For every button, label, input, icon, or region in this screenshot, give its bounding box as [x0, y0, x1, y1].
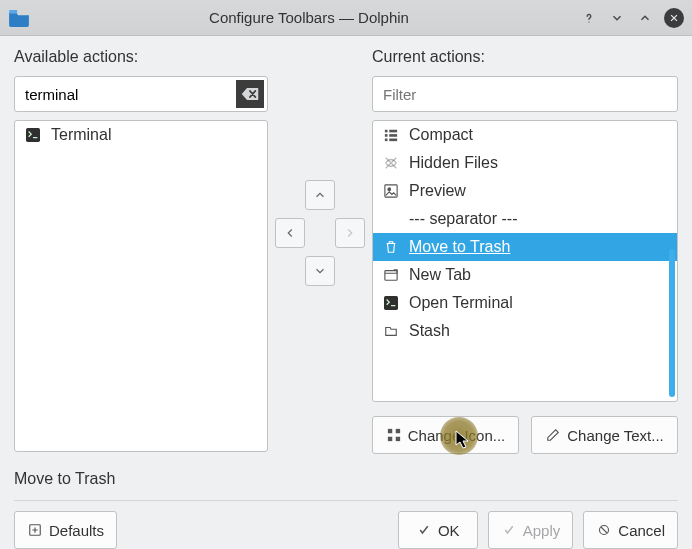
defaults-button[interactable]: Defaults [14, 511, 117, 549]
maximize-icon[interactable] [636, 9, 654, 27]
list-item[interactable]: New Tab [373, 261, 677, 289]
status-selected-action: Move to Trash [0, 462, 692, 488]
separator-icon [383, 211, 399, 227]
apply-button[interactable]: Apply [488, 511, 574, 549]
svg-rect-11 [385, 271, 397, 281]
button-label: OK [438, 522, 460, 539]
move-up-button[interactable] [305, 180, 335, 210]
preview-icon [383, 183, 399, 199]
svg-point-10 [388, 188, 391, 191]
list-item-label: Move to Trash [409, 238, 510, 256]
app-folder-icon [8, 9, 30, 27]
svg-rect-3 [385, 130, 388, 133]
list-item[interactable]: Stash [373, 317, 677, 345]
check-icon [416, 522, 432, 538]
list-item-label: Terminal [51, 126, 111, 144]
defaults-icon [27, 522, 43, 538]
move-down-button[interactable] [305, 256, 335, 286]
button-label: Change Text... [567, 427, 663, 444]
window-title: Configure Toolbars — Dolphin [38, 9, 580, 26]
svg-rect-14 [395, 429, 399, 433]
svg-rect-15 [388, 437, 392, 441]
compact-icon [383, 127, 399, 143]
help-icon[interactable] [580, 9, 598, 27]
list-item-label: Preview [409, 182, 466, 200]
terminal-icon [25, 127, 41, 143]
list-item[interactable]: Open Terminal [373, 289, 677, 317]
close-icon[interactable] [664, 8, 684, 28]
available-actions-list[interactable]: Terminal [14, 120, 268, 452]
list-item[interactable]: Hidden Files [373, 149, 677, 177]
ok-button[interactable]: OK [398, 511, 478, 549]
button-label: Change Icon... [408, 427, 506, 444]
available-search-input[interactable] [14, 76, 268, 112]
available-actions-label: Available actions: [14, 48, 268, 66]
list-item[interactable]: Terminal [15, 121, 267, 149]
svg-rect-2 [26, 128, 40, 142]
svg-rect-7 [389, 134, 397, 137]
list-item[interactable]: Move to Trash [373, 233, 677, 261]
svg-rect-8 [389, 139, 397, 142]
svg-rect-13 [388, 429, 392, 433]
current-filter-input[interactable] [372, 76, 678, 112]
list-item-label: Open Terminal [409, 294, 513, 312]
remove-action-button[interactable] [275, 218, 305, 248]
svg-rect-16 [395, 437, 399, 441]
titlebar: Configure Toolbars — Dolphin [0, 0, 692, 36]
current-actions-list[interactable]: Compact Hidden Files Preview --- separat… [372, 120, 678, 402]
trash-icon [383, 239, 399, 255]
svg-rect-6 [389, 130, 397, 133]
terminal-icon [383, 295, 399, 311]
list-item[interactable]: Preview [373, 177, 677, 205]
current-actions-label: Current actions: [372, 48, 678, 66]
button-label: Defaults [49, 522, 104, 539]
list-item[interactable]: Compact [373, 121, 677, 149]
transfer-controls [276, 48, 364, 378]
list-item-label: --- separator --- [409, 210, 517, 228]
cancel-icon [596, 522, 612, 538]
svg-rect-5 [385, 139, 388, 142]
check-icon [501, 522, 517, 538]
dialog-footer: Defaults OK Apply Cancel [0, 501, 692, 549]
list-item[interactable]: --- separator --- [373, 205, 677, 233]
svg-rect-4 [385, 134, 388, 137]
svg-point-1 [588, 21, 589, 22]
svg-rect-0 [9, 9, 17, 13]
list-item-label: Stash [409, 322, 450, 340]
add-action-button[interactable] [335, 218, 365, 248]
cancel-button[interactable]: Cancel [583, 511, 678, 549]
button-label: Cancel [618, 522, 665, 539]
clear-search-icon[interactable] [236, 80, 264, 108]
change-icon-button[interactable]: Change Icon... [372, 416, 519, 454]
list-item-label: Hidden Files [409, 154, 498, 172]
minimize-icon[interactable] [608, 9, 626, 27]
pencil-icon [545, 427, 561, 443]
change-text-button[interactable]: Change Text... [531, 416, 678, 454]
svg-rect-9 [385, 185, 397, 197]
svg-rect-12 [384, 296, 398, 310]
newtab-icon [383, 267, 399, 283]
hidden-icon [383, 155, 399, 171]
icon-grid-icon [386, 427, 402, 443]
stash-icon [383, 323, 399, 339]
button-label: Apply [523, 522, 561, 539]
list-item-label: Compact [409, 126, 473, 144]
list-item-label: New Tab [409, 266, 471, 284]
